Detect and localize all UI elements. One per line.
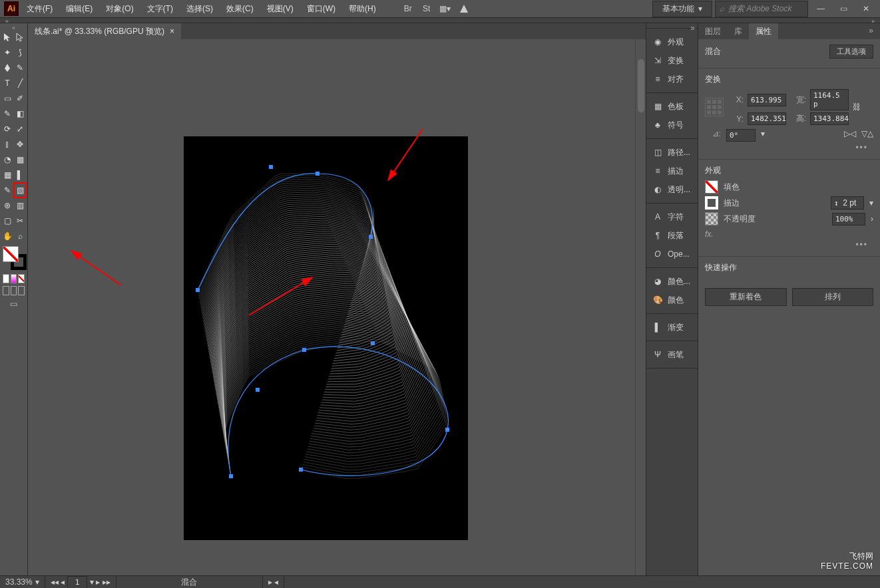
fill-swatch[interactable]: [3, 246, 19, 262]
arrange-button[interactable]: 排列: [792, 288, 874, 306]
fill-stroke-control[interactable]: [3, 246, 27, 270]
more-options-icon[interactable]: •••: [705, 142, 873, 154]
dock-pathfinder[interactable]: ◫路径...: [646, 143, 698, 162]
chevron-left-icon[interactable]: «: [5, 18, 9, 23]
angle-input[interactable]: 0°: [726, 129, 756, 142]
dock-transform[interactable]: ⇲变换: [646, 51, 698, 70]
lasso-tool[interactable]: ⟆: [14, 45, 26, 60]
bridge-icon[interactable]: Br: [400, 1, 416, 17]
y-input[interactable]: 1482.351: [748, 112, 786, 125]
workspace-switcher[interactable]: 基本功能▾: [652, 1, 712, 17]
flip-h-icon[interactable]: ▷◁: [844, 129, 856, 142]
dock-appearance[interactable]: ◉外观: [646, 33, 698, 51]
line-tool[interactable]: ╱: [14, 76, 26, 90]
type-tool[interactable]: T: [1, 76, 13, 90]
rotate-tool[interactable]: ⟳: [1, 122, 13, 136]
canvas[interactable]: [28, 39, 646, 575]
none-swatch[interactable]: [18, 274, 25, 283]
artboard-nav[interactable]: ◂◂ ◂ 1 ▾ ▸ ▸▸: [45, 576, 116, 588]
opacity-input[interactable]: 100%: [832, 213, 865, 225]
screen-mode[interactable]: ▭: [1, 297, 26, 311]
pen-tool[interactable]: [1, 61, 13, 75]
slice-tool[interactable]: ✂: [14, 214, 26, 228]
rectangle-tool[interactable]: ▭: [1, 91, 13, 106]
zoom-level[interactable]: 33.33% ▾: [0, 576, 45, 588]
zoom-tool[interactable]: ⌕: [14, 229, 26, 243]
symbol-sprayer-tool[interactable]: ⊛: [1, 198, 13, 213]
w-input[interactable]: 1164.5 p: [810, 89, 849, 110]
column-graph-tool[interactable]: ▥: [14, 198, 26, 213]
menu-effect[interactable]: 效果(C): [221, 1, 259, 17]
dock-symbols[interactable]: ♣符号: [646, 116, 698, 134]
dock-align[interactable]: ≡对齐: [646, 70, 698, 88]
minimize-button[interactable]: —: [811, 3, 831, 14]
search-input[interactable]: ⌕搜索 Adobe Stock: [715, 1, 808, 17]
tab-properties[interactable]: 属性: [749, 23, 778, 39]
fx-label[interactable]: fx.: [705, 229, 873, 239]
chevron-right-icon[interactable]: »: [862, 23, 880, 39]
vertical-scrollbar[interactable]: [635, 39, 646, 575]
close-button[interactable]: ✕: [856, 3, 876, 14]
dock-character[interactable]: A字符: [646, 208, 698, 226]
gradient-swatch[interactable]: [11, 274, 17, 283]
tab-layers[interactable]: 图层: [698, 23, 728, 39]
chevron-right-icon[interactable]: »: [690, 23, 695, 33]
dock-paragraph[interactable]: ¶段落: [646, 226, 698, 245]
dock-color[interactable]: 🎨颜色: [646, 291, 698, 309]
menu-window[interactable]: 窗口(W): [302, 1, 341, 17]
stroke-weight-input[interactable]: ↕ 2 pt: [831, 196, 864, 210]
menu-object[interactable]: 对象(O): [101, 1, 138, 17]
width-tool[interactable]: ⫿: [1, 137, 13, 152]
opacity-slider-icon[interactable]: ›: [871, 214, 873, 223]
close-tab-icon[interactable]: ×: [170, 27, 174, 36]
recolor-button[interactable]: 重新着色: [705, 288, 787, 306]
paintbrush-tool[interactable]: ✐: [14, 91, 26, 106]
hand-tool[interactable]: ✋: [1, 229, 13, 243]
reference-point[interactable]: [705, 98, 724, 116]
shaper-tool[interactable]: ✎: [1, 106, 13, 121]
scale-tool[interactable]: ⤢: [14, 122, 26, 136]
dock-colorguide[interactable]: ◕颜色...: [646, 272, 698, 291]
tool-options-button[interactable]: 工具选项: [829, 45, 873, 59]
angle-dropdown-icon[interactable]: ▾: [761, 129, 765, 142]
draw-normal[interactable]: [3, 286, 9, 295]
magic-wand-tool[interactable]: ✦: [1, 45, 13, 60]
perspective-tool[interactable]: ▦: [14, 152, 26, 167]
gpu-icon[interactable]: [456, 1, 472, 17]
menu-edit[interactable]: 编辑(E): [61, 1, 98, 17]
curvature-tool[interactable]: ✎: [14, 61, 26, 75]
artboard-tool[interactable]: ▢: [1, 214, 13, 228]
dock-brushes[interactable]: Ψ画笔: [646, 345, 698, 364]
stroke-chip[interactable]: [705, 196, 718, 210]
tab-libraries[interactable]: 库: [728, 23, 749, 39]
stock-icon[interactable]: St: [419, 1, 435, 17]
mesh-tool[interactable]: ▦: [1, 168, 13, 182]
fill-chip[interactable]: [705, 180, 718, 194]
opacity-chip[interactable]: [705, 212, 718, 225]
color-swatch[interactable]: [3, 274, 9, 283]
arrange-docs-icon[interactable]: ▦▾: [437, 1, 453, 17]
eyedropper-tool[interactable]: ✎: [1, 183, 13, 198]
restore-button[interactable]: ▭: [833, 3, 853, 14]
menu-view[interactable]: 视图(V): [262, 1, 299, 17]
dock-stroke[interactable]: ≡描边: [646, 162, 698, 180]
draw-behind[interactable]: [11, 286, 17, 295]
menu-select[interactable]: 选择(S): [181, 1, 218, 17]
menu-file[interactable]: 文件(F): [21, 1, 58, 17]
chevron-right-icon[interactable]: »: [871, 18, 875, 23]
shape-builder-tool[interactable]: ◔: [1, 152, 13, 167]
more-options-icon[interactable]: •••: [705, 239, 873, 251]
link-wh-icon[interactable]: ⛓: [853, 102, 861, 112]
draw-inside[interactable]: [18, 286, 25, 295]
dock-opentype[interactable]: OOpe...: [646, 245, 698, 263]
h-input[interactable]: 1343.884: [810, 112, 849, 125]
direct-selection-tool[interactable]: [14, 30, 26, 45]
document-tab[interactable]: 线条.ai* @ 33.33% (RGB/GPU 预览)×: [28, 23, 181, 40]
blend-tool[interactable]: ▧: [14, 183, 26, 198]
x-input[interactable]: 613.995: [748, 94, 786, 106]
toolbar-collapse-icon[interactable]: «: [1, 25, 26, 30]
eraser-tool[interactable]: ◧: [14, 106, 26, 121]
dock-gradient[interactable]: ▌渐变: [646, 318, 698, 337]
menu-type[interactable]: 文字(T): [142, 1, 178, 17]
dock-transparency[interactable]: ◐透明...: [646, 180, 698, 199]
